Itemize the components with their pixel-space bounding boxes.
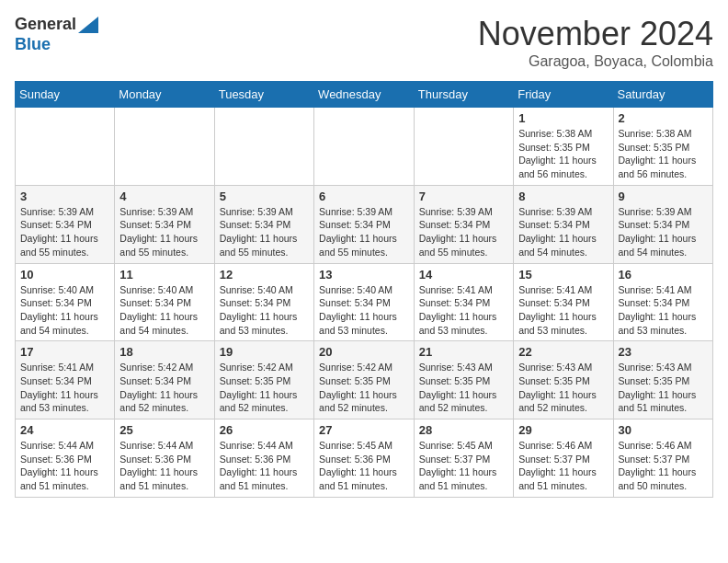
calendar-cell: 7Sunrise: 5:39 AMSunset: 5:34 PMDaylight… xyxy=(414,185,513,263)
title-block: November 2024 Garagoa, Boyaca, Colombia xyxy=(478,15,713,70)
day-info: Sunrise: 5:45 AMSunset: 5:37 PMDaylight:… xyxy=(419,439,508,493)
svg-marker-0 xyxy=(78,17,98,33)
calendar-week-row: 10Sunrise: 5:40 AMSunset: 5:34 PMDayligh… xyxy=(16,263,713,341)
calendar-header-friday: Friday xyxy=(514,82,613,108)
calendar-cell: 4Sunrise: 5:39 AMSunset: 5:34 PMDaylight… xyxy=(115,185,214,263)
calendar-week-row: 24Sunrise: 5:44 AMSunset: 5:36 PMDayligh… xyxy=(16,419,713,498)
calendar-cell: 13Sunrise: 5:40 AMSunset: 5:34 PMDayligh… xyxy=(314,263,415,341)
page-header: General Blue November 2024 Garagoa, Boya… xyxy=(15,15,713,70)
calendar-header-row: SundayMondayTuesdayWednesdayThursdayFrid… xyxy=(16,82,713,108)
calendar-cell: 21Sunrise: 5:43 AMSunset: 5:35 PMDayligh… xyxy=(414,341,513,419)
calendar-header-wednesday: Wednesday xyxy=(314,82,415,108)
calendar-cell: 8Sunrise: 5:39 AMSunset: 5:34 PMDaylight… xyxy=(514,185,613,263)
calendar-cell: 26Sunrise: 5:44 AMSunset: 5:36 PMDayligh… xyxy=(214,419,313,498)
calendar-table: SundayMondayTuesdayWednesdayThursdayFrid… xyxy=(15,81,713,498)
day-number: 29 xyxy=(518,423,608,437)
calendar-cell: 20Sunrise: 5:42 AMSunset: 5:35 PMDayligh… xyxy=(314,341,415,419)
logo-triangle-icon xyxy=(78,17,98,33)
day-info: Sunrise: 5:39 AMSunset: 5:34 PMDaylight:… xyxy=(119,205,209,259)
day-number: 7 xyxy=(419,190,508,203)
month-title: November 2024 xyxy=(478,15,713,53)
calendar-week-row: 1Sunrise: 5:38 AMSunset: 5:35 PMDaylight… xyxy=(16,108,713,186)
calendar-header-monday: Monday xyxy=(115,82,214,108)
day-number: 17 xyxy=(20,345,109,359)
day-number: 20 xyxy=(319,345,409,359)
calendar-cell: 28Sunrise: 5:45 AMSunset: 5:37 PMDayligh… xyxy=(414,419,513,498)
calendar-cell: 27Sunrise: 5:45 AMSunset: 5:36 PMDayligh… xyxy=(314,419,415,498)
logo-text: General xyxy=(15,15,98,35)
day-number: 4 xyxy=(119,190,209,203)
calendar-cell: 19Sunrise: 5:42 AMSunset: 5:35 PMDayligh… xyxy=(214,341,313,419)
calendar-cell xyxy=(414,108,513,186)
calendar-cell: 17Sunrise: 5:41 AMSunset: 5:34 PMDayligh… xyxy=(16,341,115,419)
day-info: Sunrise: 5:39 AMSunset: 5:34 PMDaylight:… xyxy=(20,205,109,259)
day-info: Sunrise: 5:42 AMSunset: 5:35 PMDaylight:… xyxy=(220,361,309,415)
day-info: Sunrise: 5:39 AMSunset: 5:34 PMDaylight:… xyxy=(419,205,508,259)
day-info: Sunrise: 5:39 AMSunset: 5:34 PMDaylight:… xyxy=(220,205,309,259)
day-number: 26 xyxy=(220,423,309,437)
calendar-week-row: 3Sunrise: 5:39 AMSunset: 5:34 PMDaylight… xyxy=(16,185,713,263)
day-number: 25 xyxy=(119,423,209,437)
day-info: Sunrise: 5:40 AMSunset: 5:34 PMDaylight:… xyxy=(319,283,409,338)
day-info: Sunrise: 5:44 AMSunset: 5:36 PMDaylight:… xyxy=(220,439,309,493)
day-info: Sunrise: 5:43 AMSunset: 5:35 PMDaylight:… xyxy=(419,361,508,415)
calendar-cell: 5Sunrise: 5:39 AMSunset: 5:34 PMDaylight… xyxy=(214,185,313,263)
day-number: 3 xyxy=(20,190,109,203)
day-number: 21 xyxy=(419,345,508,359)
calendar-header-thursday: Thursday xyxy=(414,82,513,108)
calendar-cell: 3Sunrise: 5:39 AMSunset: 5:34 PMDaylight… xyxy=(16,185,115,263)
calendar-header-saturday: Saturday xyxy=(613,82,712,108)
calendar-cell: 6Sunrise: 5:39 AMSunset: 5:34 PMDaylight… xyxy=(314,185,415,263)
logo-blue-text: Blue xyxy=(15,35,98,55)
day-number: 6 xyxy=(319,190,409,203)
calendar-cell: 18Sunrise: 5:42 AMSunset: 5:34 PMDayligh… xyxy=(115,341,214,419)
day-number: 16 xyxy=(619,268,708,282)
calendar-cell: 9Sunrise: 5:39 AMSunset: 5:34 PMDaylight… xyxy=(613,185,712,263)
day-info: Sunrise: 5:46 AMSunset: 5:37 PMDaylight:… xyxy=(619,439,708,493)
day-info: Sunrise: 5:40 AMSunset: 5:34 PMDaylight:… xyxy=(119,283,209,338)
calendar-cell: 1Sunrise: 5:38 AMSunset: 5:35 PMDaylight… xyxy=(514,108,613,186)
calendar-cell: 12Sunrise: 5:40 AMSunset: 5:34 PMDayligh… xyxy=(214,263,313,341)
calendar-cell: 2Sunrise: 5:38 AMSunset: 5:35 PMDaylight… xyxy=(613,108,712,186)
day-info: Sunrise: 5:40 AMSunset: 5:34 PMDaylight:… xyxy=(220,283,309,338)
day-info: Sunrise: 5:41 AMSunset: 5:34 PMDaylight:… xyxy=(419,283,508,338)
day-info: Sunrise: 5:41 AMSunset: 5:34 PMDaylight:… xyxy=(619,283,708,338)
day-number: 12 xyxy=(220,268,309,282)
calendar-cell: 11Sunrise: 5:40 AMSunset: 5:34 PMDayligh… xyxy=(115,263,214,341)
calendar-header-sunday: Sunday xyxy=(16,82,115,108)
day-info: Sunrise: 5:42 AMSunset: 5:35 PMDaylight:… xyxy=(319,361,409,415)
calendar-header-tuesday: Tuesday xyxy=(214,82,313,108)
day-number: 30 xyxy=(619,423,708,437)
day-number: 9 xyxy=(619,190,708,203)
day-number: 5 xyxy=(220,190,309,203)
day-number: 13 xyxy=(319,268,409,282)
calendar-cell xyxy=(214,108,313,186)
day-info: Sunrise: 5:39 AMSunset: 5:34 PMDaylight:… xyxy=(319,205,409,259)
day-number: 19 xyxy=(220,345,309,359)
day-info: Sunrise: 5:43 AMSunset: 5:35 PMDaylight:… xyxy=(518,361,608,415)
day-number: 1 xyxy=(518,111,608,125)
calendar-cell xyxy=(16,108,115,186)
day-number: 18 xyxy=(119,345,209,359)
calendar-week-row: 17Sunrise: 5:41 AMSunset: 5:34 PMDayligh… xyxy=(16,341,713,419)
day-number: 28 xyxy=(419,423,508,437)
calendar-cell: 29Sunrise: 5:46 AMSunset: 5:37 PMDayligh… xyxy=(514,419,613,498)
logo: General Blue xyxy=(15,15,98,54)
day-number: 10 xyxy=(20,268,109,282)
day-info: Sunrise: 5:40 AMSunset: 5:34 PMDaylight:… xyxy=(20,283,109,338)
location-subtitle: Garagoa, Boyaca, Colombia xyxy=(478,53,713,70)
day-info: Sunrise: 5:45 AMSunset: 5:36 PMDaylight:… xyxy=(319,439,409,493)
calendar-cell: 16Sunrise: 5:41 AMSunset: 5:34 PMDayligh… xyxy=(613,263,712,341)
day-info: Sunrise: 5:46 AMSunset: 5:37 PMDaylight:… xyxy=(518,439,608,493)
day-info: Sunrise: 5:38 AMSunset: 5:35 PMDaylight:… xyxy=(619,127,708,181)
calendar-cell: 23Sunrise: 5:43 AMSunset: 5:35 PMDayligh… xyxy=(613,341,712,419)
day-info: Sunrise: 5:42 AMSunset: 5:34 PMDaylight:… xyxy=(119,361,209,415)
day-number: 23 xyxy=(619,345,708,359)
day-number: 27 xyxy=(319,423,409,437)
calendar-cell xyxy=(314,108,415,186)
day-number: 24 xyxy=(20,423,109,437)
calendar-cell: 14Sunrise: 5:41 AMSunset: 5:34 PMDayligh… xyxy=(414,263,513,341)
day-number: 11 xyxy=(119,268,209,282)
calendar-cell: 15Sunrise: 5:41 AMSunset: 5:34 PMDayligh… xyxy=(514,263,613,341)
calendar-cell: 10Sunrise: 5:40 AMSunset: 5:34 PMDayligh… xyxy=(16,263,115,341)
